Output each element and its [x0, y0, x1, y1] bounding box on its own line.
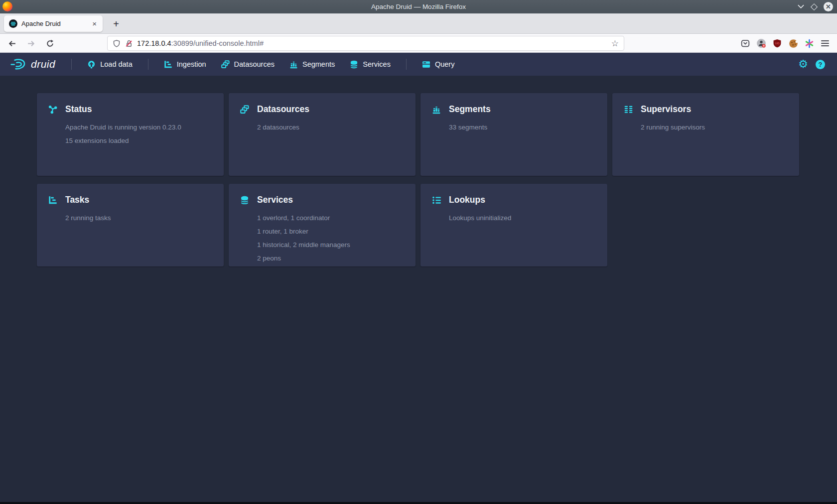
nav-label: Datasources	[234, 60, 275, 68]
nav-separator	[406, 59, 407, 70]
gantt-chart-icon	[48, 196, 57, 205]
nav-item-datasources[interactable]: Datasources	[221, 60, 275, 69]
tab-title: Apache Druid	[21, 20, 91, 27]
ublock-icon[interactable]: UO	[769, 36, 785, 51]
nav-label: Segments	[302, 60, 335, 68]
bookmark-star-icon[interactable]: ☆	[611, 38, 619, 48]
database-icon	[350, 60, 358, 69]
card-title: Datasources	[257, 104, 309, 115]
card-lookups[interactable]: Lookups Lookups uninitialized	[420, 184, 607, 266]
card-title: Services	[257, 195, 293, 205]
application-icon	[422, 60, 430, 69]
card-datasources[interactable]: Datasources 2 datasources	[229, 93, 416, 176]
insecure-lock-icon[interactable]	[125, 39, 133, 48]
druid-logo-text: druid	[31, 58, 55, 70]
pocket-icon[interactable]	[737, 36, 753, 51]
tab-favicon	[9, 19, 17, 28]
main-content: Status Apache Druid is running version 0…	[0, 76, 837, 502]
gantt-chart-icon	[164, 60, 172, 69]
nav-label: Query	[435, 60, 455, 68]
settings-gear-icon[interactable]: ⚙	[798, 59, 808, 70]
card-title: Segments	[449, 104, 491, 115]
nav-separator	[71, 59, 72, 70]
reload-button[interactable]	[43, 36, 57, 50]
screen-bottom-edge	[0, 502, 837, 504]
url-text: 172.18.0.4:30899/unified-console.html#	[137, 39, 264, 47]
card-title: Tasks	[65, 195, 89, 205]
card-status[interactable]: Status Apache Druid is running version 0…	[37, 93, 224, 176]
card-line: Lookups uninitialized	[449, 211, 511, 225]
card-line: Apache Druid is running version 0.23.0	[65, 121, 181, 134]
multi-select-icon	[221, 60, 230, 69]
nav-label: Load data	[100, 60, 133, 68]
card-title: Lookups	[449, 195, 485, 205]
nav-item-services[interactable]: Services	[350, 60, 391, 69]
spark-extension-icon[interactable]	[801, 36, 817, 51]
back-button[interactable]	[5, 36, 19, 50]
forward-button[interactable]	[24, 36, 38, 50]
card-line: 2 running supervisors	[641, 121, 705, 134]
card-line: 2 running tasks	[65, 211, 111, 225]
druid-logo[interactable]: druid	[10, 58, 55, 71]
url-path: :30899/unified-console.html#	[171, 39, 264, 47]
cookie-extension-icon[interactable]	[785, 36, 801, 51]
card-tasks[interactable]: Tasks 2 running tasks	[37, 184, 224, 266]
list-columns-icon	[624, 105, 633, 114]
card-line: 1 router, 1 broker	[257, 225, 350, 238]
card-line: 1 historical, 2 middle managers	[257, 238, 350, 252]
account-extension-icon[interactable]	[753, 36, 769, 51]
tab-close-icon[interactable]: ×	[91, 19, 98, 28]
card-line: 2 peons	[257, 252, 350, 265]
window-title: Apache Druid — Mozilla Firefox	[0, 3, 837, 10]
window-minimize-button[interactable]	[797, 2, 805, 11]
nav-item-query[interactable]: Query	[422, 60, 455, 69]
window-maximize-button[interactable]	[811, 3, 818, 10]
new-tab-button[interactable]: +	[110, 17, 123, 30]
nav-label: Ingestion	[177, 60, 206, 68]
card-segments[interactable]: Segments 33 segments	[420, 93, 607, 176]
ublock-label: UO	[775, 42, 779, 45]
url-host: 172.18.0.4	[137, 39, 171, 47]
stacked-chart-icon	[289, 60, 298, 69]
card-line: 2 datasources	[257, 121, 299, 134]
window-close-button[interactable]: ✕	[824, 2, 833, 11]
browser-toolbar: 172.18.0.4:30899/unified-console.html# ☆	[0, 34, 837, 53]
shield-icon[interactable]	[113, 39, 121, 48]
druid-navbar: druid Load data Ingestion	[0, 53, 837, 76]
card-title: Supervisors	[641, 104, 691, 115]
database-icon	[240, 196, 249, 205]
properties-list-icon	[432, 196, 441, 205]
card-title: Status	[65, 104, 92, 115]
nav-separator	[148, 59, 148, 70]
card-line: 15 extensions loaded	[65, 134, 181, 147]
card-supervisors[interactable]: Supervisors 2 running supervisors	[612, 93, 799, 176]
home-cards-grid: Status Apache Druid is running version 0…	[37, 93, 799, 266]
url-bar[interactable]: 172.18.0.4:30899/unified-console.html# ☆	[107, 36, 624, 51]
card-line: 33 segments	[449, 121, 487, 134]
browser-tabbar: Apache Druid × +	[0, 13, 837, 34]
nav-item-ingestion[interactable]: Ingestion	[164, 60, 206, 69]
hamburger-menu-icon[interactable]	[817, 36, 833, 51]
nav-item-load-data[interactable]: Load data	[87, 60, 133, 69]
druid-logo-icon	[10, 58, 27, 71]
card-services[interactable]: Services 1 overlord, 1 coordinator 1 rou…	[229, 184, 416, 266]
nav-item-segments[interactable]: Segments	[289, 60, 335, 69]
window-titlebar: Apache Druid — Mozilla Firefox ✕	[0, 0, 837, 13]
browser-tab[interactable]: Apache Druid ×	[4, 15, 103, 32]
multi-select-icon	[240, 105, 249, 114]
cloud-upload-icon	[87, 60, 96, 69]
help-icon[interactable]: ?	[816, 60, 825, 69]
graph-icon	[48, 105, 57, 114]
stacked-chart-icon	[432, 105, 441, 114]
card-line: 1 overlord, 1 coordinator	[257, 211, 350, 225]
nav-label: Services	[363, 60, 391, 68]
screen: Apache Druid — Mozilla Firefox ✕ Apache …	[0, 0, 837, 504]
firefox-logo-icon	[2, 1, 12, 11]
